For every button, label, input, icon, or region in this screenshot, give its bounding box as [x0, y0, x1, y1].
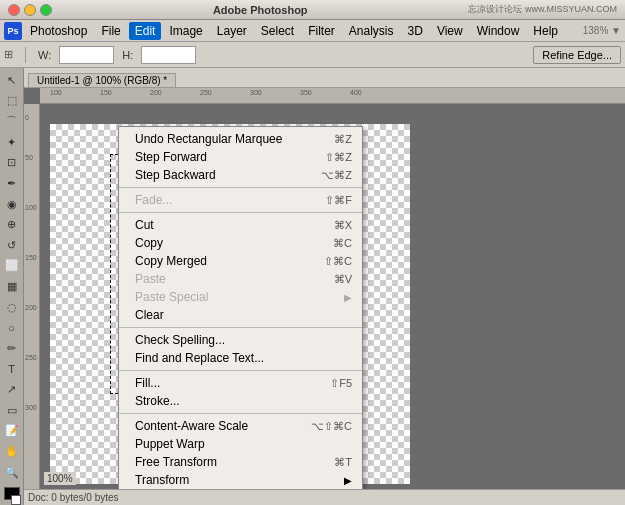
main-area: ↖ ⬚ ⌒ ✦ ⊡ ✒ ◉ ⊕ ↺ ⬜ ▦ ◌ ○ ✏ T ↗ ▭ 📝 ✋ 🔍 [0, 68, 625, 505]
top-right-label: 138% ▼ [583, 25, 621, 36]
menu-copy-merged-shortcut: ⇧⌘C [324, 255, 352, 268]
dodge-tool[interactable]: ○ [2, 319, 22, 338]
menu-image[interactable]: Image [163, 22, 208, 40]
menu-clear-label: Clear [135, 308, 164, 322]
pen-tool[interactable]: ✏ [2, 339, 22, 358]
menu-find-replace[interactable]: Find and Replace Text... [119, 349, 362, 367]
menu-paste-special[interactable]: Paste Special ▶ [119, 288, 362, 306]
path-select-tool[interactable]: ↗ [2, 380, 22, 399]
background-color[interactable] [11, 495, 21, 504]
menu-bar: Ps Photoshop File Edit Image Layer Selec… [0, 20, 625, 42]
eraser-tool[interactable]: ⬜ [2, 257, 22, 276]
menu-paste-label: Paste [135, 272, 166, 286]
menu-cut[interactable]: Cut ⌘X [119, 216, 362, 234]
menu-check-spelling-label: Check Spelling... [135, 333, 225, 347]
transform-arrow-icon: ▶ [344, 475, 352, 486]
menu-analysis[interactable]: Analysis [343, 22, 400, 40]
options-mode-icon: ⊞ [4, 48, 13, 61]
ruler-tick-marks: 100 150 200 250 300 350 400 [40, 88, 625, 103]
hand-tool[interactable]: ✋ [2, 442, 22, 461]
eyedropper-tool[interactable]: ✒ [2, 174, 22, 193]
text-tool[interactable]: T [2, 360, 22, 379]
window-title: Adobe Photoshop [213, 4, 308, 16]
ps-logo-icon: Ps [4, 22, 22, 40]
menu-layer[interactable]: Layer [211, 22, 253, 40]
maximize-button[interactable] [40, 4, 52, 16]
menu-step-forward[interactable]: Step Forward ⇧⌘Z [119, 148, 362, 166]
menu-transform[interactable]: Transform ▶ [119, 471, 362, 489]
brush-tool[interactable]: ◉ [2, 195, 22, 214]
crop-tool[interactable]: ⊡ [2, 154, 22, 173]
menu-paste-shortcut: ⌘V [334, 273, 352, 286]
menu-stroke[interactable]: Stroke... [119, 392, 362, 410]
menu-copy-merged[interactable]: Copy Merged ⇧⌘C [119, 252, 362, 270]
menu-free-transform[interactable]: Free Transform ⌘T [119, 453, 362, 471]
menu-window[interactable]: Window [471, 22, 526, 40]
menu-step-backward[interactable]: Step Backward ⌥⌘Z [119, 166, 362, 184]
menu-select[interactable]: Select [255, 22, 300, 40]
left-toolbar: ↖ ⬚ ⌒ ✦ ⊡ ✒ ◉ ⊕ ↺ ⬜ ▦ ◌ ○ ✏ T ↗ ▭ 📝 ✋ 🔍 [0, 68, 24, 505]
menu-edit[interactable]: Edit [129, 22, 162, 40]
menu-free-transform-shortcut: ⌘T [334, 456, 352, 469]
move-tool[interactable]: ↖ [2, 71, 22, 90]
menu-3d[interactable]: 3D [402, 22, 429, 40]
minimize-button[interactable] [24, 4, 36, 16]
menu-transform-label: Transform [135, 473, 189, 487]
menu-view[interactable]: View [431, 22, 469, 40]
menu-content-aware-scale-shortcut: ⌥⇧⌘C [311, 420, 352, 433]
menu-cut-label: Cut [135, 218, 154, 232]
canvas-viewport: ℬ RAPHY 100% Undo Rectangular Marquee ⌘Z [40, 104, 625, 489]
menu-photoshop[interactable]: Photoshop [24, 22, 93, 40]
stamp-tool[interactable]: ⊕ [2, 215, 22, 234]
menu-help[interactable]: Help [527, 22, 564, 40]
menu-fade[interactable]: Fade... ⇧⌘F [119, 191, 362, 209]
menu-undo-shortcut: ⌘Z [334, 133, 352, 146]
width-label: W: [38, 49, 51, 61]
menu-copy-merged-label: Copy Merged [135, 254, 207, 268]
menu-filter[interactable]: Filter [302, 22, 341, 40]
document-header: Untitled-1 @ 100% (RGB/8) * [24, 68, 625, 88]
options-bar: ⊞ W: H: Refine Edge... [0, 42, 625, 68]
menu-fade-shortcut: ⇧⌘F [325, 194, 352, 207]
marquee-tool[interactable]: ⬚ [2, 92, 22, 111]
history-brush-tool[interactable]: ↺ [2, 236, 22, 255]
lasso-tool[interactable]: ⌒ [2, 112, 22, 131]
menu-paste[interactable]: Paste ⌘V [119, 270, 362, 288]
menu-file[interactable]: File [95, 22, 126, 40]
menu-check-spelling[interactable]: Check Spelling... [119, 331, 362, 349]
document-tab[interactable]: Untitled-1 @ 100% (RGB/8) * [28, 73, 176, 87]
zoom-tool[interactable]: 🔍 [2, 463, 22, 482]
menu-undo[interactable]: Undo Rectangular Marquee ⌘Z [119, 130, 362, 148]
menu-content-aware-scale[interactable]: Content-Aware Scale ⌥⇧⌘C [119, 417, 362, 435]
refine-edge-button[interactable]: Refine Edge... [533, 46, 621, 64]
menu-find-replace-label: Find and Replace Text... [135, 351, 264, 365]
menu-clear[interactable]: Clear [119, 306, 362, 324]
separator-4 [119, 370, 362, 371]
separator-1 [119, 187, 362, 188]
notes-tool[interactable]: 📝 [2, 422, 22, 441]
window-controls: 忘凉设计论坛 www.MISSYUAN.COM [468, 3, 617, 16]
menu-step-forward-label: Step Forward [135, 150, 207, 164]
blur-tool[interactable]: ◌ [2, 298, 22, 317]
window-buttons [8, 4, 52, 16]
menu-fill[interactable]: Fill... ⇧F5 [119, 374, 362, 392]
menu-copy-shortcut: ⌘C [333, 237, 352, 250]
menu-fill-label: Fill... [135, 376, 160, 390]
zoom-percent: 100% [44, 472, 76, 485]
magic-wand-tool[interactable]: ✦ [2, 133, 22, 152]
menu-undo-label: Undo Rectangular Marquee [135, 132, 282, 146]
menu-puppet-warp[interactable]: Puppet Warp [119, 435, 362, 453]
menu-free-transform-label: Free Transform [135, 455, 217, 469]
height-input[interactable] [141, 46, 196, 64]
menu-copy[interactable]: Copy ⌘C [119, 234, 362, 252]
gradient-tool[interactable]: ▦ [2, 277, 22, 296]
menu-cut-shortcut: ⌘X [334, 219, 352, 232]
canvas-area: Untitled-1 @ 100% (RGB/8) * 100 150 200 … [24, 68, 625, 505]
vertical-ruler: 0 50 100 150 200 250 300 [24, 104, 40, 489]
width-input[interactable] [59, 46, 114, 64]
bottom-status-bar: Doc: 0 bytes/0 bytes [24, 489, 625, 505]
menu-fade-label: Fade... [135, 193, 172, 207]
shape-tool[interactable]: ▭ [2, 401, 22, 420]
close-button[interactable] [8, 4, 20, 16]
horizontal-ruler: 100 150 200 250 300 350 400 [40, 88, 625, 104]
